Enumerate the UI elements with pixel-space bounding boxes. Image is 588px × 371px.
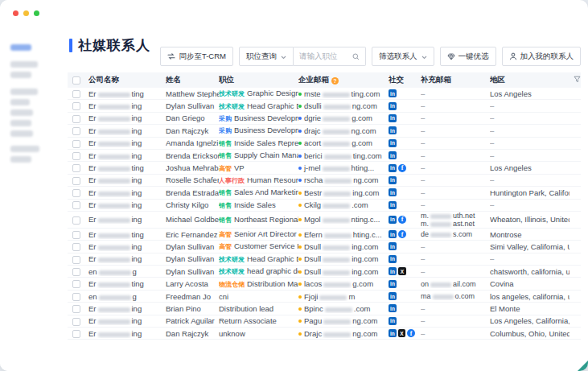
region-text: chatsworth, california, unit... <box>490 267 569 276</box>
position-query-dropdown[interactable]: 职位查询 <box>239 47 294 66</box>
linkedin-icon[interactable]: in <box>389 126 397 134</box>
linkedin-icon[interactable]: in <box>389 216 397 224</box>
close-button[interactable] <box>13 10 19 16</box>
facebook-icon[interactable]: f <box>398 216 406 224</box>
linkedin-icon[interactable]: in <box>389 176 397 184</box>
row-checkbox[interactable] <box>72 201 80 209</box>
linkedin-icon[interactable]: in <box>389 230 397 238</box>
filter-funnel-icon[interactable] <box>574 76 581 85</box>
extra-email: m.uth.net <box>421 212 486 220</box>
linkedin-icon[interactable]: in <box>389 292 397 300</box>
empty-placeholder: – <box>421 200 425 209</box>
linkedin-icon[interactable]: in <box>389 304 397 312</box>
one-click-optimize-button[interactable]: 一键优选 <box>440 47 496 66</box>
position-search-input[interactable]: 请输入职位 <box>294 47 366 66</box>
linkedin-icon[interactable]: in <box>389 89 397 97</box>
facebook-icon[interactable]: f <box>407 329 415 337</box>
col-email-header: 企业邮箱? <box>298 75 389 85</box>
sidebar-item[interactable] <box>10 109 33 116</box>
help-icon[interactable]: ? <box>331 77 339 85</box>
sidebar-item[interactable] <box>10 146 39 152</box>
linkedin-icon[interactable]: in <box>389 242 397 250</box>
sidebar-item[interactable] <box>10 89 38 95</box>
region: – <box>490 138 569 147</box>
row-checkbox[interactable] <box>72 243 80 251</box>
row-checkbox[interactable] <box>72 330 80 338</box>
row-checkbox[interactable] <box>72 318 80 326</box>
sync-to-tcrm-button[interactable]: 同步至T-CRM <box>160 47 233 66</box>
sidebar-item[interactable] <box>10 130 33 137</box>
zoom-button[interactable] <box>34 10 39 16</box>
x-icon[interactable]: X <box>398 329 406 337</box>
minimize-button[interactable] <box>23 10 29 16</box>
sidebar-item[interactable] <box>10 44 31 51</box>
row-checkbox[interactable] <box>72 293 80 301</box>
redacted-text <box>98 155 130 159</box>
row-checkbox[interactable] <box>72 256 80 264</box>
position: 销售Inside Sales <box>219 200 298 210</box>
linkedin-icon[interactable]: in <box>389 151 397 159</box>
row-checkbox[interactable] <box>72 164 80 172</box>
empty-placeholder: – <box>421 138 425 147</box>
table-row: ErtingJoshua Mehraban高管VPj-melhting...in… <box>68 162 581 174</box>
position-tag: 物流仓储 <box>219 281 245 288</box>
row-checkbox[interactable] <box>72 115 80 123</box>
facebook-icon[interactable]: f <box>398 230 406 238</box>
facebook-icon[interactable]: f <box>398 164 406 172</box>
region-text: Los Angeles <box>490 163 532 172</box>
linkedin-icon[interactable]: in <box>389 188 397 196</box>
contact-name: Dan Rajczyk <box>166 329 219 338</box>
linkedin-icon[interactable]: in <box>389 280 397 288</box>
company-name: Erting <box>88 279 166 288</box>
company-name: Ering <box>88 254 166 263</box>
linkedin-icon[interactable]: in <box>389 255 397 263</box>
row-checkbox[interactable] <box>72 231 80 239</box>
redacted-text <box>325 307 352 312</box>
redacted-text <box>98 233 130 238</box>
contact-name: Dylan Sullivan <box>166 242 219 251</box>
row-checkbox[interactable] <box>72 280 80 288</box>
sidebar-item[interactable] <box>10 72 31 78</box>
select-all-checkbox[interactable] <box>72 76 80 85</box>
row-checkbox[interactable] <box>72 152 80 160</box>
redacted-text <box>323 167 350 171</box>
row-checkbox[interactable] <box>72 90 80 98</box>
linkedin-icon[interactable]: in <box>389 267 397 275</box>
row-checkbox[interactable] <box>72 177 80 185</box>
x-icon[interactable]: X <box>398 267 406 275</box>
email-status-dot <box>298 270 302 274</box>
linkedin-icon[interactable]: in <box>389 329 397 337</box>
row-checkbox[interactable] <box>72 127 80 135</box>
row-checkbox[interactable] <box>72 189 80 197</box>
empty-placeholder: – <box>421 242 425 251</box>
redacted-text <box>323 142 350 146</box>
empty-placeholder: – <box>421 267 425 276</box>
redacted-text <box>99 295 131 300</box>
linkedin-icon[interactable]: in <box>389 102 397 110</box>
sidebar-item[interactable] <box>10 156 31 163</box>
linkedin-icon[interactable]: in <box>389 114 397 122</box>
social-icons: in <box>389 114 421 122</box>
position: 高管Senior Art Director <box>219 229 298 239</box>
contact-name: Christy Kilgo <box>166 200 219 209</box>
company-name: Ering <box>88 175 166 184</box>
row-checkbox[interactable] <box>72 268 80 276</box>
contact-name: Freedman Jo <box>166 292 219 301</box>
linkedin-icon[interactable]: in <box>389 164 397 172</box>
sidebar-item[interactable] <box>10 120 31 126</box>
filter-contacts-dropdown[interactable]: 筛选联系人 <box>372 47 434 66</box>
add-to-my-contacts-button[interactable]: 加入我的联系人 <box>502 47 582 66</box>
extra-email-cell: – <box>421 316 490 325</box>
linkedin-icon[interactable]: in <box>389 317 397 325</box>
linkedin-icon[interactable]: in <box>389 201 397 209</box>
row-checkbox[interactable] <box>72 140 80 148</box>
row-checkbox[interactable] <box>72 305 80 313</box>
contact-name: Dylan Sullivan <box>166 254 219 263</box>
company-name: Ering <box>88 188 166 197</box>
corporate-email: acortg.com <box>298 138 389 147</box>
row-checkbox[interactable] <box>72 216 80 225</box>
row-checkbox[interactable] <box>72 102 80 110</box>
sidebar-item[interactable] <box>10 61 38 68</box>
linkedin-icon[interactable]: in <box>389 139 397 147</box>
sidebar-item[interactable] <box>10 99 30 105</box>
